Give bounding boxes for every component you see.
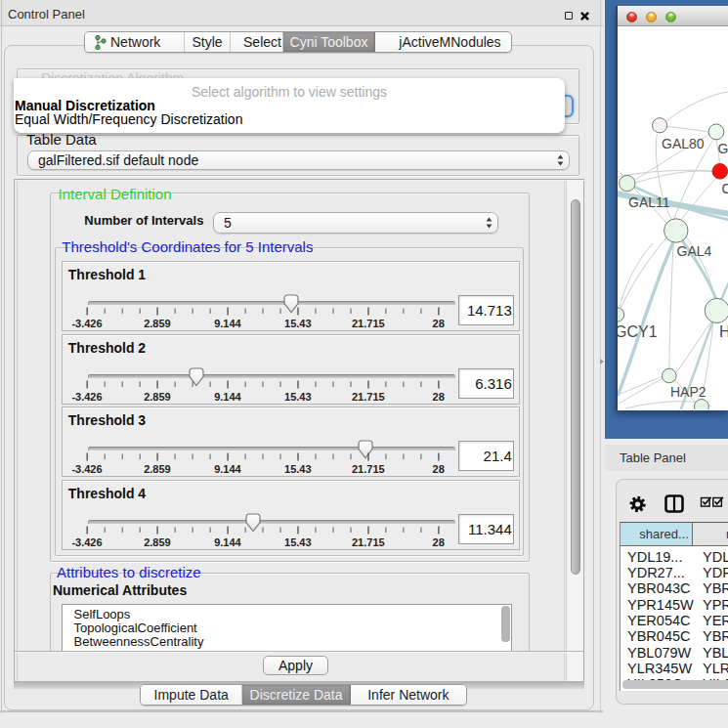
svg-text:C: C bbox=[722, 181, 728, 196]
svg-text:H: H bbox=[719, 323, 728, 340]
svg-text:GAL4: GAL4 bbox=[677, 243, 712, 259]
svg-text:GCY1: GCY1 bbox=[618, 323, 658, 340]
svg-text:GAL11: GAL11 bbox=[628, 194, 670, 210]
svg-text:HAP2: HAP2 bbox=[670, 384, 707, 400]
svg-text:G..: G.. bbox=[718, 141, 728, 156]
svg-text:GAL80: GAL80 bbox=[662, 136, 705, 151]
